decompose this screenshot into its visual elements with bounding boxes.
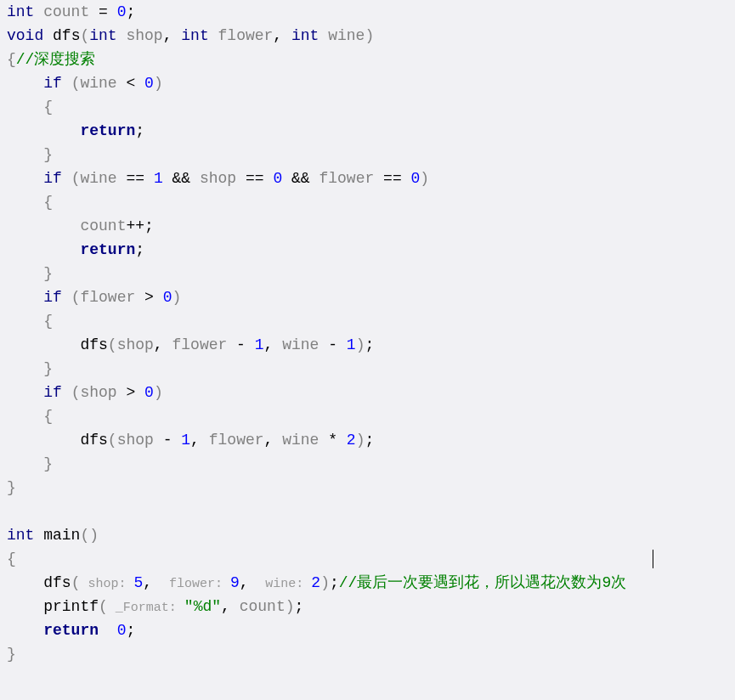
code-line[interactable]: { bbox=[7, 190, 735, 214]
code-line[interactable]: {//深度搜索 bbox=[7, 48, 735, 71]
parameter-hint: shop: bbox=[80, 577, 133, 591]
code-line[interactable]: return; bbox=[7, 238, 735, 262]
code-line[interactable]: int main() bbox=[7, 523, 735, 547]
keyword: if bbox=[43, 75, 62, 92]
keyword-return: return bbox=[80, 122, 135, 139]
number-literal: 0 bbox=[117, 3, 127, 20]
code-line[interactable]: if (flower > 0) bbox=[7, 285, 735, 309]
type-keyword: void bbox=[7, 27, 43, 44]
code-line[interactable]: { bbox=[7, 309, 735, 333]
code-line[interactable]: if (wine == 1 && shop == 0 && flower == … bbox=[7, 167, 735, 190]
code-line[interactable]: { bbox=[7, 404, 735, 428]
code-line[interactable]: { bbox=[7, 95, 735, 119]
comment: //最后一次要遇到花，所以遇花次数为9次 bbox=[339, 574, 626, 591]
code-editor[interactable]: int count = 0; void dfs(int shop, int fl… bbox=[0, 0, 735, 666]
code-line[interactable]: dfs(shop - 1, flower, wine * 2); bbox=[7, 428, 735, 452]
function-name: dfs bbox=[53, 27, 80, 44]
code-line[interactable]: { bbox=[7, 547, 735, 571]
code-line[interactable]: count++; bbox=[7, 214, 735, 238]
comment: //深度搜索 bbox=[16, 51, 96, 68]
parameter-hint: flower: bbox=[161, 577, 230, 591]
code-line[interactable]: dfs(shop, flower - 1, wine - 1); bbox=[7, 333, 735, 357]
code-line[interactable]: return; bbox=[7, 119, 735, 143]
code-line[interactable]: void dfs(int shop, int flower, int wine) bbox=[7, 24, 735, 48]
parameter-hint: _Format: bbox=[108, 601, 184, 615]
code-line[interactable]: } bbox=[7, 262, 735, 285]
string-literal: "%d" bbox=[184, 598, 221, 615]
code-line[interactable]: } bbox=[7, 642, 735, 666]
code-line[interactable]: printf( _Format: "%d", count); bbox=[7, 595, 735, 618]
identifier: count bbox=[43, 3, 89, 20]
code-line[interactable] bbox=[7, 500, 735, 523]
text-cursor bbox=[653, 550, 653, 568]
code-line[interactable]: if (shop > 0) bbox=[7, 381, 735, 404]
code-line[interactable]: int count = 0; bbox=[7, 0, 735, 24]
parameter-hint: wine: bbox=[257, 577, 311, 591]
code-line[interactable]: } bbox=[7, 143, 735, 167]
type-keyword: int bbox=[7, 3, 34, 20]
code-line[interactable]: if (wine < 0) bbox=[7, 71, 735, 95]
code-line[interactable]: } bbox=[7, 476, 735, 500]
code-line[interactable]: return 0; bbox=[7, 618, 735, 642]
code-line[interactable]: dfs( shop: 5, flower: 9, wine: 2);//最后一次… bbox=[7, 571, 735, 595]
code-line[interactable]: } bbox=[7, 452, 735, 476]
code-line[interactable]: } bbox=[7, 357, 735, 381]
